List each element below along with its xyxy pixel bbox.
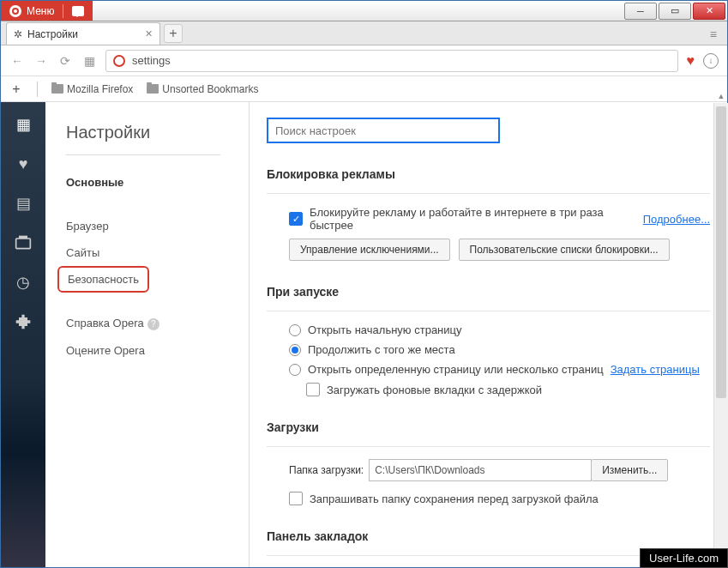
scroll-up-icon[interactable]: ▲ xyxy=(714,89,728,103)
left-icon-rail: ▦ ♥ ▤ ◷ xyxy=(1,102,45,567)
gear-icon: ✲ xyxy=(14,28,22,40)
folder-icon xyxy=(147,84,159,94)
svg-rect-1 xyxy=(19,236,27,239)
sidebar-item-help[interactable]: Справка Opera? xyxy=(66,310,249,337)
download-folder-label: Папка загрузки: xyxy=(289,464,364,476)
close-button[interactable]: ✕ xyxy=(693,3,725,20)
startup-radio-home[interactable] xyxy=(289,324,301,336)
svg-rect-0 xyxy=(16,239,31,249)
tab-title: Настройки xyxy=(27,28,78,40)
bookmarks-panel-heading: Панель закладок xyxy=(267,529,710,543)
reload-icon[interactable]: ⟳ xyxy=(57,54,73,68)
startup-radio-specific[interactable] xyxy=(289,364,301,376)
bg-tabs-label: Загружать фоновые вкладки с задержкой xyxy=(327,384,542,396)
settings-search-input[interactable] xyxy=(267,118,500,143)
bookmarks-rail-icon[interactable]: ♥ xyxy=(13,154,33,174)
back-icon[interactable]: ← xyxy=(9,54,25,68)
settings-content: Блокировка рекламы ✓ Блокируйте рекламу … xyxy=(250,102,727,567)
speed-dial-rail-icon[interactable]: ▦ xyxy=(13,114,33,135)
speech-bubble-icon xyxy=(72,6,84,16)
downloads-heading: Загрузки xyxy=(267,420,710,434)
bookmark-label: Mozilla Firefox xyxy=(67,83,133,95)
url-text: settings xyxy=(132,54,171,67)
adblock-learn-more-link[interactable]: Подробнее... xyxy=(643,213,710,226)
help-icon: ? xyxy=(147,318,159,330)
adblock-checkbox[interactable]: ✓ xyxy=(289,212,303,226)
add-bookmark-icon[interactable]: + xyxy=(9,82,23,97)
forward-icon[interactable]: → xyxy=(33,54,49,68)
bookmark-heart-icon[interactable]: ♥ xyxy=(687,53,695,69)
change-folder-button[interactable]: Изменить... xyxy=(592,459,668,481)
sidebar-item-security[interactable]: Безопасность xyxy=(57,266,149,293)
startup-opt3-label: Открыть определенную страницу или нескол… xyxy=(308,363,604,376)
minimize-button[interactable]: ─ xyxy=(624,3,657,20)
maximize-button[interactable]: ▭ xyxy=(659,3,691,20)
speed-dial-icon[interactable]: ▦ xyxy=(81,54,97,68)
address-bar[interactable]: settings xyxy=(105,50,678,72)
download-folder-input[interactable] xyxy=(369,459,592,481)
bookmark-label: Unsorted Bookmarks xyxy=(162,83,258,95)
startup-opt1-label: Открыть начальную страницу xyxy=(308,323,462,336)
block-lists-button[interactable]: Пользовательские списки блокировки... xyxy=(459,239,670,261)
sidebar-item-sites[interactable]: Сайты xyxy=(66,239,249,266)
folder-icon xyxy=(51,84,63,94)
sidebar-item-basic[interactable]: Основные xyxy=(66,169,249,196)
divider xyxy=(63,4,63,18)
bookmark-folder-unsorted[interactable]: Unsorted Bookmarks xyxy=(147,83,258,95)
opera-menu-button[interactable]: Меню xyxy=(1,1,93,21)
history-rail-icon[interactable]: ◷ xyxy=(13,272,33,293)
opera-logo-icon xyxy=(9,5,21,17)
adblock-heading: Блокировка рекламы xyxy=(267,167,710,181)
ask-before-label: Запрашивать папку сохранения перед загру… xyxy=(310,492,599,505)
adblock-label: Блокируйте рекламу и работайте в интерне… xyxy=(310,206,636,232)
downloads-icon[interactable]: ↓ xyxy=(703,53,719,69)
sidebar-item-browser[interactable]: Браузер xyxy=(66,213,249,239)
startup-heading: При запуске xyxy=(267,285,710,299)
tab-settings[interactable]: ✲ Настройки ✕ xyxy=(6,22,160,45)
watermark: User-Life.com xyxy=(640,548,728,568)
ask-before-download-checkbox[interactable] xyxy=(289,492,303,505)
tab-menu-icon[interactable]: ≡ xyxy=(710,27,717,41)
bookmark-folder-firefox[interactable]: Mozilla Firefox xyxy=(51,83,133,95)
news-rail-icon[interactable]: ▤ xyxy=(13,193,33,214)
bg-tabs-checkbox[interactable] xyxy=(306,383,320,396)
settings-title: Настройки xyxy=(66,123,249,142)
startup-opt2-label: Продолжить с того же места xyxy=(308,343,455,356)
scrollbar[interactable]: ▲ ▼ xyxy=(713,103,728,549)
new-tab-button[interactable]: + xyxy=(164,24,183,43)
divider xyxy=(37,82,38,97)
menu-label: Меню xyxy=(27,5,54,17)
extensions-rail-icon[interactable] xyxy=(13,311,33,332)
sidebar-item-rate[interactable]: Оцените Opera xyxy=(66,337,249,364)
settings-sidebar: Настройки Основные Браузер Сайты Безопас… xyxy=(45,102,250,567)
tabs-rail-icon[interactable] xyxy=(13,233,33,253)
manage-exceptions-button[interactable]: Управление исключениями... xyxy=(289,239,450,261)
opera-url-icon xyxy=(113,55,125,67)
tab-close-icon[interactable]: ✕ xyxy=(145,28,153,39)
startup-radio-continue[interactable] xyxy=(289,344,301,356)
divider xyxy=(66,154,220,155)
set-pages-link[interactable]: Задать страницы xyxy=(611,363,700,376)
scroll-thumb[interactable] xyxy=(716,106,726,398)
